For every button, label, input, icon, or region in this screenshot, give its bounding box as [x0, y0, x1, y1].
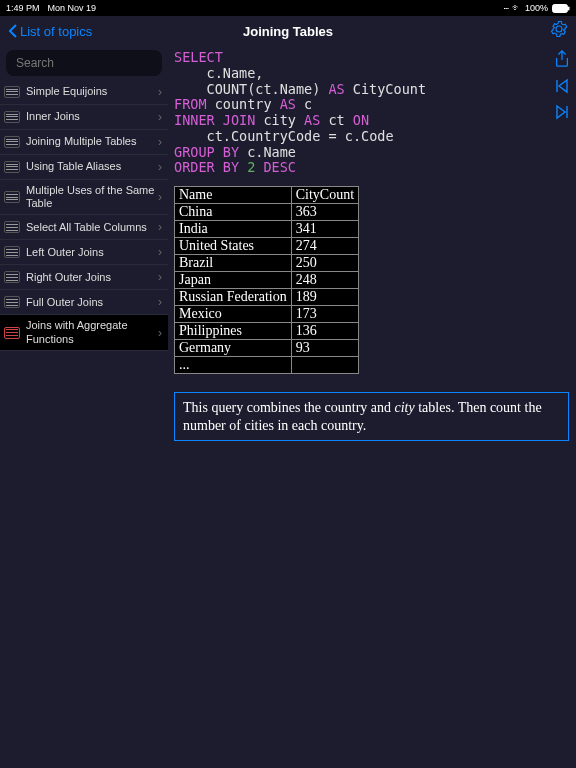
- wifi-icon: ⋯ ᯤ: [504, 3, 521, 13]
- table-row: Japan248: [175, 272, 359, 289]
- table-row: Philippines136: [175, 323, 359, 340]
- chevron-right-icon: ›: [158, 160, 162, 174]
- chevron-right-icon: ›: [158, 270, 162, 284]
- chevron-right-icon: ›: [158, 85, 162, 99]
- table-header: Name: [175, 187, 292, 204]
- table-cell: 274: [291, 238, 358, 255]
- table-icon: [4, 161, 20, 173]
- sidebar-item[interactable]: Right Outer Joins›: [0, 265, 168, 290]
- table-cell: 189: [291, 289, 358, 306]
- desc-text-1: This query combines the country and: [183, 400, 395, 415]
- chevron-right-icon: ›: [158, 135, 162, 149]
- content-area: SELECT c.Name, COUNT(ct.Name) AS CityCou…: [168, 46, 576, 768]
- sidebar-item[interactable]: Left Outer Joins›: [0, 240, 168, 265]
- table-row: China363: [175, 204, 359, 221]
- table-header: CityCount: [291, 187, 358, 204]
- sidebar-item[interactable]: Simple Equijoins›: [0, 80, 168, 105]
- description-box: This query combines the country and city…: [174, 392, 569, 441]
- search-input[interactable]: [6, 50, 162, 76]
- table-icon: [4, 86, 20, 98]
- table-cell: Philippines: [175, 323, 292, 340]
- desc-italic: city: [395, 400, 415, 415]
- chevron-right-icon: ›: [158, 190, 162, 204]
- table-icon: [4, 296, 20, 308]
- share-icon[interactable]: [554, 50, 570, 68]
- nav-bar: List of topics Joining Tables: [0, 16, 576, 46]
- sidebar-item-label: Using Table Aliases: [26, 160, 158, 173]
- table-row: ...: [175, 357, 359, 374]
- table-icon: [4, 246, 20, 258]
- table-cell: 341: [291, 221, 358, 238]
- chevron-right-icon: ›: [158, 295, 162, 309]
- table-row: Brazil250: [175, 255, 359, 272]
- table-cell: 136: [291, 323, 358, 340]
- sidebar-item-label: Inner Joins: [26, 110, 158, 123]
- table-row: Mexico173: [175, 306, 359, 323]
- table-cell: China: [175, 204, 292, 221]
- table-icon: [4, 271, 20, 283]
- sql-code: SELECT c.Name, COUNT(ct.Name) AS CityCou…: [174, 50, 572, 176]
- table-cell: 248: [291, 272, 358, 289]
- page-title: Joining Tables: [243, 24, 333, 39]
- sidebar-item[interactable]: Inner Joins›: [0, 105, 168, 130]
- table-row: Germany93: [175, 340, 359, 357]
- table-row: India341: [175, 221, 359, 238]
- table-cell: United States: [175, 238, 292, 255]
- table-row: United States274: [175, 238, 359, 255]
- table-cell: India: [175, 221, 292, 238]
- sidebar-item[interactable]: Full Outer Joins›: [0, 290, 168, 315]
- sidebar-item-label: Joining Multiple Tables: [26, 135, 158, 148]
- sidebar-item[interactable]: Joining Multiple Tables›: [0, 130, 168, 155]
- table-cell: Mexico: [175, 306, 292, 323]
- table-cell: Russian Federation: [175, 289, 292, 306]
- table-icon: [4, 191, 20, 203]
- table-icon: [4, 327, 20, 339]
- battery-pct: 100%: [525, 3, 548, 13]
- sidebar-item-label: Full Outer Joins: [26, 296, 158, 309]
- table-cell: Brazil: [175, 255, 292, 272]
- table-icon: [4, 221, 20, 233]
- table-cell: [291, 357, 358, 374]
- gear-icon: [550, 20, 568, 38]
- svg-rect-0: [553, 4, 568, 12]
- svg-rect-1: [568, 6, 570, 10]
- table-cell: 93: [291, 340, 358, 357]
- sidebar-item-label: Joins with Aggregate Functions: [26, 319, 158, 345]
- search-field[interactable]: [16, 56, 166, 70]
- chevron-right-icon: ›: [158, 110, 162, 124]
- sidebar-item[interactable]: Joins with Aggregate Functions›: [0, 315, 168, 350]
- table-cell: 363: [291, 204, 358, 221]
- table-cell: 250: [291, 255, 358, 272]
- chevron-right-icon: ›: [158, 220, 162, 234]
- table-cell: Germany: [175, 340, 292, 357]
- table-icon: [4, 111, 20, 123]
- sidebar-item[interactable]: Select All Table Columns›: [0, 215, 168, 240]
- sidebar: Simple Equijoins›Inner Joins›Joining Mul…: [0, 46, 168, 768]
- chevron-right-icon: ›: [158, 245, 162, 259]
- table-cell: 173: [291, 306, 358, 323]
- sidebar-item[interactable]: Multiple Uses of the Same Table›: [0, 180, 168, 215]
- chevron-left-icon: [8, 24, 18, 38]
- status-time: 1:49 PM: [6, 3, 40, 13]
- back-label: List of topics: [20, 24, 92, 39]
- sidebar-item-label: Simple Equijoins: [26, 85, 158, 98]
- result-table: NameCityCount China363India341United Sta…: [174, 186, 359, 374]
- sidebar-item-label: Multiple Uses of the Same Table: [26, 184, 158, 210]
- sidebar-item-label: Right Outer Joins: [26, 271, 158, 284]
- sidebar-item-label: Select All Table Columns: [26, 221, 158, 234]
- table-cell: ...: [175, 357, 292, 374]
- right-toolbar: [554, 50, 570, 120]
- table-row: Russian Federation189: [175, 289, 359, 306]
- status-bar: 1:49 PM Mon Nov 19 ⋯ ᯤ 100%: [0, 0, 576, 16]
- battery-icon: [552, 4, 570, 13]
- table-icon: [4, 136, 20, 148]
- prev-icon[interactable]: [554, 78, 570, 94]
- back-button[interactable]: List of topics: [8, 24, 92, 39]
- sidebar-item-label: Left Outer Joins: [26, 246, 158, 259]
- chevron-right-icon: ›: [158, 326, 162, 340]
- table-cell: Japan: [175, 272, 292, 289]
- status-date: Mon Nov 19: [48, 3, 97, 13]
- sidebar-item[interactable]: Using Table Aliases›: [0, 155, 168, 180]
- next-icon[interactable]: [554, 104, 570, 120]
- settings-button[interactable]: [550, 20, 568, 42]
